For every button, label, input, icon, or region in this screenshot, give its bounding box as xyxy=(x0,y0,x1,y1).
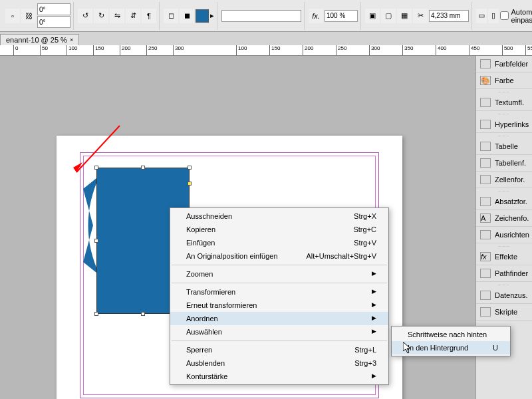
palette-icon: 🎨 xyxy=(480,76,491,85)
cellfmt-icon xyxy=(480,175,491,184)
menu-separator xyxy=(172,283,387,283)
panel-separator: ┄┄┄ xyxy=(476,188,532,194)
fill-swatch[interactable] xyxy=(196,9,209,23)
panel-separator: ┄┄┄ xyxy=(476,282,532,287)
select-container-icon[interactable]: ◻ xyxy=(164,9,178,23)
chevron-right-icon: ▶ xyxy=(372,288,376,296)
ruler-tick: 300 xyxy=(173,45,184,56)
ruler-tick: 50 xyxy=(40,45,48,56)
menu-select[interactable]: Auswählen▶ xyxy=(170,325,388,338)
link-icon xyxy=(480,120,491,129)
menu-separator xyxy=(172,265,387,265)
menu-stroke[interactable]: Konturstärke▶ xyxy=(170,370,388,383)
measure-input[interactable] xyxy=(429,10,469,22)
menu-copy[interactable]: KopierenStrg+C xyxy=(170,223,388,236)
panel-align[interactable]: Ausrichten xyxy=(476,227,532,243)
flip-h-icon[interactable]: ⇋ xyxy=(110,9,124,23)
handle-s[interactable] xyxy=(141,312,145,316)
fx-icon[interactable]: fx. xyxy=(309,9,323,23)
horizontal-ruler: 0 50 100 150 200 250 300 100 150 200 250… xyxy=(0,45,532,56)
ruler-tick: 0 xyxy=(13,45,18,56)
crop-icon[interactable]: ✂ xyxy=(413,9,428,23)
paragraph-icon[interactable]: ¶ xyxy=(142,9,156,23)
angle-input-1[interactable] xyxy=(37,3,70,15)
panel-effects[interactable]: fxEffekte xyxy=(476,249,532,265)
tablefmt-icon xyxy=(480,158,491,168)
ruler-tick: 150 xyxy=(269,45,280,56)
pathfinder-icon xyxy=(480,269,491,278)
panel-tablefmt[interactable]: Tabellenf. xyxy=(476,155,532,172)
menu-arrange[interactable]: Anordnen▶ xyxy=(170,312,388,325)
panel-color[interactable]: 🎨Farbe xyxy=(476,72,532,89)
flip-v-icon[interactable]: ⇵ xyxy=(126,9,140,23)
ruler-tick: 200 xyxy=(120,45,130,56)
menu-transform[interactable]: Transformieren▶ xyxy=(170,285,388,299)
mouse-cursor-icon xyxy=(403,342,414,357)
svg-line-0 xyxy=(76,126,120,172)
panel-scripts[interactable]: Skripte xyxy=(476,304,532,321)
main-toolbar: ▫ ⛓ ↺ ↻ ⇋ ⇵ ¶ ◻ ◼ ▸ fx. ▣ ▢ ▦ ✂ ▭ ▯ Au xyxy=(0,0,532,32)
handle-sw[interactable] xyxy=(94,312,98,316)
zoom-input[interactable] xyxy=(325,10,358,22)
frame-options-icon[interactable]: ▭ xyxy=(476,9,487,23)
ruler-tick: 350 xyxy=(402,45,413,56)
ruler-tick: 300 xyxy=(369,45,380,56)
ruler-tick: 450 xyxy=(469,45,479,56)
panel-textwrap[interactable]: Textumfl. xyxy=(476,94,532,111)
textwrap-icon xyxy=(480,98,491,107)
select-content-icon[interactable]: ◼ xyxy=(180,9,194,23)
stroke-style-input[interactable] xyxy=(221,10,301,22)
menu-paste[interactable]: EinfügenStrg+V xyxy=(170,236,388,249)
angle-input-2[interactable] xyxy=(37,16,70,28)
rotate-cw-icon[interactable]: ↻ xyxy=(94,9,108,23)
frame-fitting-icon[interactable]: ▯ xyxy=(488,9,499,23)
chevron-right-icon: ▶ xyxy=(372,372,376,380)
menu-zoom[interactable]: Zoomen▶ xyxy=(170,267,388,281)
handle-w[interactable] xyxy=(94,239,98,243)
ruler-tick: 150 xyxy=(93,45,104,56)
handle-ne[interactable] xyxy=(188,166,192,170)
fx-icon: fx xyxy=(480,252,491,261)
chevron-right-icon: ▶ xyxy=(372,328,376,336)
ruler-tick: 200 xyxy=(303,45,313,56)
menu-retransform[interactable]: Erneut transformieren▶ xyxy=(170,299,388,312)
menu-paste-orig[interactable]: An Originalposition einfügenAlt+Umschalt… xyxy=(170,249,388,263)
ruler-tick: 250 xyxy=(336,45,346,56)
center-icon[interactable]: ▦ xyxy=(397,9,412,23)
menu-lock[interactable]: SperrenStrg+L xyxy=(170,343,388,356)
panel-swatches[interactable]: Farbfelder xyxy=(476,56,532,72)
panel-datamerge[interactable]: Datenzus. xyxy=(476,287,532,304)
panel-charfmt[interactable]: AZeichenfo. xyxy=(476,210,532,227)
panel-cellfmt[interactable]: Zellenfor. xyxy=(476,172,532,188)
panel-parafmt[interactable]: Absatzfor. xyxy=(476,194,532,210)
menu-hide[interactable]: AusblendenStrg+3 xyxy=(170,356,388,370)
fit-content-icon[interactable]: ▢ xyxy=(381,9,396,23)
menu-cut[interactable]: AusschneidenStrg+X xyxy=(170,209,388,223)
auto-fit-label: Automatisch einpassen xyxy=(511,8,532,24)
panel-separator: ┄┄┄ xyxy=(476,243,532,249)
auto-fit-check[interactable] xyxy=(500,11,509,20)
panel-table[interactable]: Tabelle xyxy=(476,138,532,155)
panel-hyperlinks[interactable]: Hyperlinks xyxy=(476,116,532,133)
auto-fit-checkbox[interactable]: Automatisch einpassen xyxy=(500,8,532,24)
menu-back-step[interactable]: Schrittweise nach hinten xyxy=(392,328,510,341)
chevron-right-icon: ▶ xyxy=(372,270,376,278)
close-icon[interactable]: × xyxy=(70,37,73,43)
paragraph-icon xyxy=(480,197,491,206)
rotate-ccw-icon[interactable]: ↺ xyxy=(78,9,92,23)
chain-icon[interactable]: ⛓ xyxy=(21,9,36,23)
fit-frame-icon[interactable]: ▣ xyxy=(365,9,380,23)
constrain-icon[interactable]: ▫ xyxy=(5,9,20,23)
dropdown-arrow-icon[interactable]: ▸ xyxy=(210,11,214,20)
chevron-right-icon: ▶ xyxy=(372,301,376,309)
ruler-tick: 250 xyxy=(146,45,157,56)
handle-n[interactable] xyxy=(141,166,145,170)
handle-live[interactable] xyxy=(188,182,192,186)
script-icon xyxy=(480,307,491,317)
tab-title: enannt-10 @ 25 % xyxy=(6,36,67,44)
context-menu: AusschneidenStrg+X KopierenStrg+C Einfüg… xyxy=(170,207,389,385)
panel-pathfinder[interactable]: Pathfinder xyxy=(476,265,532,282)
ruler-tick: 550 xyxy=(525,45,532,56)
document-tab[interactable]: enannt-10 @ 25 % × xyxy=(0,34,79,45)
document-tab-bar: enannt-10 @ 25 % × xyxy=(0,32,532,45)
